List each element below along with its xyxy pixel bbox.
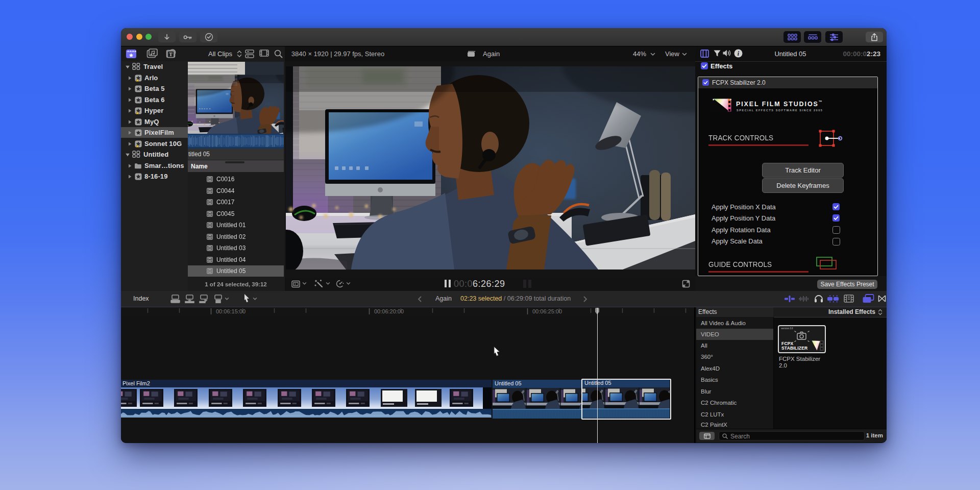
svg-text:00:06:25:00: 00:06:25:00 <box>532 308 562 314</box>
svg-text:T: T <box>169 52 173 57</box>
svg-text:00:06:15:00: 00:06:15:00 <box>216 308 246 314</box>
svg-text:00:06:20:00: 00:06:20:00 <box>374 308 404 314</box>
